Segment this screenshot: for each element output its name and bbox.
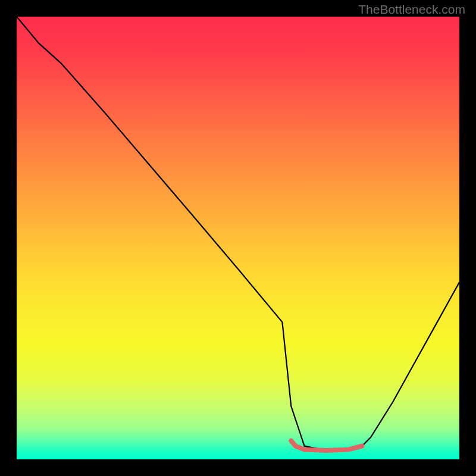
curve-overlay (17, 17, 459, 459)
optimal-band-path (291, 441, 362, 450)
watermark-text: TheBottleneck.com (358, 2, 465, 17)
chart-container (17, 17, 459, 459)
bottleneck-curve-path (17, 17, 459, 450)
